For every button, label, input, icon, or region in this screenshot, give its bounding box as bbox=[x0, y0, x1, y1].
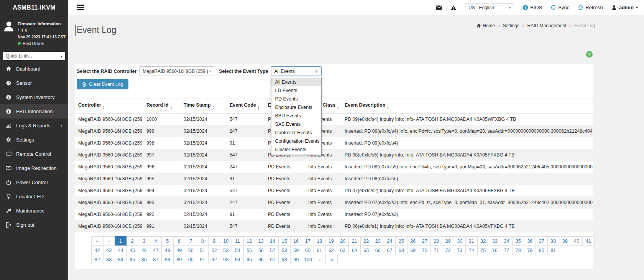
breadcrumb-home[interactable]: Home bbox=[476, 23, 495, 28]
quick-links-select[interactable]: Quick Links.. ▾ bbox=[3, 52, 65, 60]
sidebar-item-locator-led[interactable]: Locator LED bbox=[0, 189, 68, 204]
menu-toggle-icon[interactable] bbox=[77, 3, 84, 12]
page-22-button[interactable]: 22 bbox=[360, 236, 373, 246]
dropdown-option-controller-events[interactable]: Controller Events bbox=[271, 128, 321, 137]
page-50-button[interactable]: 50 bbox=[185, 245, 197, 255]
dropdown-option-bbu-events[interactable]: BBU Events bbox=[271, 112, 321, 120]
page-14-button[interactable]: 14 bbox=[267, 236, 279, 246]
page-44-button[interactable]: 44 bbox=[115, 245, 127, 255]
page-9-button[interactable]: 9 bbox=[208, 236, 220, 246]
sidebar-item-maintenance[interactable]: Maintenance bbox=[0, 204, 68, 218]
dropdown-option-ld-events[interactable]: LD Events bbox=[271, 86, 321, 95]
page-33-button[interactable]: 33 bbox=[489, 236, 501, 246]
next-page-button[interactable]: › bbox=[314, 255, 326, 264]
sidebar-item-fru-information[interactable]: FRU Information bbox=[0, 104, 68, 119]
page-48-button[interactable]: 48 bbox=[161, 245, 174, 255]
column-header-time-stamp[interactable]: Time Stamp▴▾ bbox=[181, 99, 227, 114]
sidebar-item-image-redirection[interactable]: Image Redirection bbox=[0, 161, 68, 175]
page-4-button[interactable]: 4 bbox=[150, 236, 162, 246]
page-35-button[interactable]: 35 bbox=[512, 236, 524, 246]
page-93-button[interactable]: 93 bbox=[220, 255, 232, 264]
page-46-button[interactable]: 46 bbox=[138, 245, 150, 255]
page-76-button[interactable]: 76 bbox=[489, 245, 501, 255]
page-67-button[interactable]: 67 bbox=[384, 245, 396, 255]
page-77-button[interactable]: 77 bbox=[501, 245, 513, 255]
event-type-select[interactable]: All Events ∨ bbox=[271, 66, 322, 76]
page-5-button[interactable]: 5 bbox=[161, 236, 174, 246]
page-28-button[interactable]: 28 bbox=[430, 236, 443, 246]
bios-button[interactable]: BIOS bbox=[522, 5, 542, 10]
page-26-button[interactable]: 26 bbox=[407, 236, 419, 246]
column-header-event-description[interactable]: Event Description▴▾ bbox=[342, 99, 593, 114]
page-87-button[interactable]: 87 bbox=[150, 255, 162, 264]
page-82-button[interactable]: 82 bbox=[91, 255, 104, 264]
page-89-button[interactable]: 89 bbox=[173, 255, 186, 264]
mail-icon[interactable] bbox=[435, 5, 442, 10]
dropdown-option-all-events[interactable]: All Events bbox=[271, 78, 321, 86]
sync-button[interactable]: Sync bbox=[550, 5, 569, 10]
sidebar-item-system-inventory[interactable]: System Inventory bbox=[0, 90, 68, 104]
page-56-button[interactable]: 56 bbox=[255, 245, 267, 255]
breadcrumb-raid-management[interactable]: RAID Management bbox=[527, 23, 566, 28]
column-header-controller[interactable]: Controller▴▾ bbox=[75, 99, 143, 114]
dropdown-option-enclosure-events[interactable]: Enclosure Events bbox=[271, 103, 321, 112]
user-menu[interactable]: admin ▾ bbox=[611, 5, 638, 10]
page-59-button[interactable]: 59 bbox=[290, 245, 302, 255]
page-27-button[interactable]: 27 bbox=[419, 236, 431, 246]
page-13-button[interactable]: 13 bbox=[255, 236, 267, 246]
page-88-button[interactable]: 88 bbox=[161, 255, 174, 264]
page-2-button[interactable]: 2 bbox=[127, 236, 139, 246]
page-41-button[interactable]: 41 bbox=[582, 236, 595, 246]
dropdown-option-sas-events[interactable]: SAS Events bbox=[271, 120, 321, 128]
page-21-button[interactable]: 21 bbox=[348, 236, 361, 246]
language-select[interactable]: US - English ▾ bbox=[465, 3, 514, 12]
page-12-button[interactable]: 12 bbox=[243, 236, 256, 246]
page-52-button[interactable]: 52 bbox=[208, 245, 220, 255]
sidebar-item-logs-reports[interactable]: Logs & Reports› bbox=[0, 119, 68, 133]
last-page-button[interactable]: » bbox=[325, 255, 338, 264]
page-34-button[interactable]: 34 bbox=[501, 236, 513, 246]
page-78-button[interactable]: 78 bbox=[512, 245, 524, 255]
page-58-button[interactable]: 58 bbox=[278, 245, 291, 255]
page-90-button[interactable]: 90 bbox=[185, 255, 197, 264]
page-29-button[interactable]: 29 bbox=[442, 236, 454, 246]
page-10-button[interactable]: 10 bbox=[220, 236, 232, 246]
page-49-button[interactable]: 49 bbox=[173, 245, 186, 255]
page-62-button[interactable]: 62 bbox=[325, 245, 337, 255]
page-55-button[interactable]: 55 bbox=[243, 245, 256, 255]
page-85-button[interactable]: 85 bbox=[127, 255, 139, 264]
page-86-button[interactable]: 86 bbox=[138, 255, 150, 264]
page-24-button[interactable]: 24 bbox=[384, 236, 396, 246]
clear-event-log-button[interactable]: Clear Event Log bbox=[77, 79, 128, 89]
page-97-button[interactable]: 97 bbox=[267, 255, 279, 264]
page-23-button[interactable]: 23 bbox=[372, 236, 384, 246]
page-3-button[interactable]: 3 bbox=[138, 236, 150, 246]
page-98-button[interactable]: 98 bbox=[278, 255, 291, 264]
dropdown-option-cluster-events[interactable]: Cluster Events bbox=[271, 145, 321, 154]
column-header-event-code[interactable]: Event Code▴▾ bbox=[227, 99, 265, 114]
page-61-button[interactable]: 61 bbox=[314, 245, 326, 255]
page-64-button[interactable]: 64 bbox=[348, 245, 361, 255]
first-page-button[interactable]: « bbox=[91, 236, 104, 246]
page-84-button[interactable]: 84 bbox=[115, 255, 127, 264]
sidebar-item-power-control[interactable]: Power Control bbox=[0, 175, 68, 189]
sidebar-item-sensor[interactable]: Sensor bbox=[0, 76, 68, 90]
sidebar-item-remote-control[interactable]: Remote Control bbox=[0, 147, 68, 161]
page-60-button[interactable]: 60 bbox=[302, 245, 314, 255]
page-8-button[interactable]: 8 bbox=[197, 236, 209, 246]
page-94-button[interactable]: 94 bbox=[232, 255, 244, 264]
page-37-button[interactable]: 37 bbox=[536, 236, 548, 246]
sidebar-item-settings[interactable]: Settings bbox=[0, 133, 68, 147]
raid-controller-select[interactable]: MegaRAID 9560-16i 8GB (259 ) ▾ bbox=[139, 66, 214, 76]
page-36-button[interactable]: 36 bbox=[524, 236, 536, 246]
page-83-button[interactable]: 83 bbox=[103, 255, 115, 264]
page-63-button[interactable]: 63 bbox=[337, 245, 349, 255]
page-19-button[interactable]: 19 bbox=[325, 236, 337, 246]
page-74-button[interactable]: 74 bbox=[465, 245, 478, 255]
page-91-button[interactable]: 91 bbox=[197, 255, 209, 264]
prev-page-button[interactable]: ‹ bbox=[103, 236, 115, 246]
page-53-button[interactable]: 53 bbox=[220, 245, 232, 255]
page-16-button[interactable]: 16 bbox=[290, 236, 302, 246]
page-69-button[interactable]: 69 bbox=[407, 245, 419, 255]
sidebar-item-sign-out[interactable]: Sign out bbox=[0, 218, 68, 232]
